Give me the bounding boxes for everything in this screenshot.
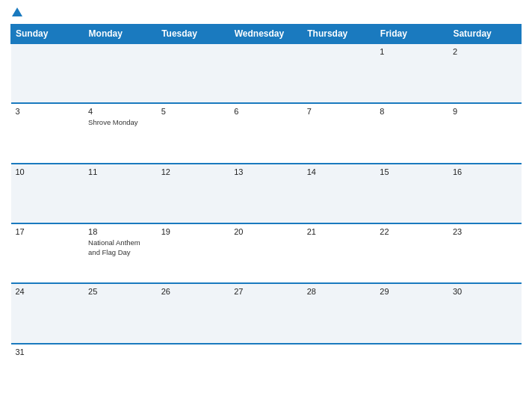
calendar-cell <box>229 344 303 404</box>
calendar-cell: 15 <box>375 164 448 223</box>
calendar-cell: 22 <box>375 223 448 283</box>
calendar-cell <box>157 43 230 103</box>
day-number: 1 <box>380 47 444 56</box>
day-number: 2 <box>453 47 517 56</box>
calendar-cell: 6 <box>229 103 303 163</box>
logo-triangle-icon <box>12 7 22 16</box>
calendar-cell <box>84 43 157 103</box>
day-number: 14 <box>307 167 371 176</box>
event-label: Shrove Monday <box>88 118 138 126</box>
calendar-cell: 12 <box>157 164 230 223</box>
calendar-week-row: 31 <box>11 344 522 404</box>
calendar-cell <box>303 344 376 404</box>
day-number: 22 <box>380 227 444 236</box>
weekday-header-sunday: Sunday <box>11 25 84 44</box>
calendar-week-row: 24252627282930 <box>11 283 522 343</box>
day-number: 25 <box>88 287 152 296</box>
calendar-cell <box>229 43 303 103</box>
calendar-cell: 25 <box>84 283 157 343</box>
weekday-header-wednesday: Wednesday <box>229 25 303 44</box>
calendar-cell <box>303 43 376 103</box>
weekday-header-thursday: Thursday <box>303 25 376 44</box>
day-number: 17 <box>16 227 80 236</box>
calendar-cell: 11 <box>84 164 157 223</box>
calendar-cell: 24 <box>11 283 84 343</box>
day-number: 5 <box>161 107 226 116</box>
calendar-cell: 28 <box>303 283 376 343</box>
day-number: 3 <box>16 107 80 116</box>
calendar-cell: 4Shrove Monday <box>84 103 157 163</box>
calendar-week-row: 12 <box>11 43 522 103</box>
day-number: 9 <box>453 107 517 116</box>
weekday-header-friday: Friday <box>375 25 448 44</box>
calendar-cell: 3 <box>11 103 84 163</box>
day-number: 30 <box>453 287 517 296</box>
weekday-header-tuesday: Tuesday <box>157 25 230 44</box>
calendar-header <box>10 7 522 18</box>
weekday-header-saturday: Saturday <box>448 25 522 44</box>
calendar-cell: 31 <box>11 344 84 404</box>
day-number: 20 <box>234 227 298 236</box>
day-number: 11 <box>88 167 152 176</box>
calendar-cell <box>157 344 230 404</box>
event-label: National Anthem and Flag Day <box>88 238 140 256</box>
calendar-page: SundayMondayTuesdayWednesdayThursdayFrid… <box>0 0 532 411</box>
calendar-cell: 27 <box>229 283 303 343</box>
day-number: 6 <box>234 107 298 116</box>
day-number: 10 <box>16 167 80 176</box>
day-number: 19 <box>161 227 226 236</box>
calendar-cell <box>11 43 84 103</box>
day-number: 26 <box>161 287 226 296</box>
calendar-cell: 14 <box>303 164 376 223</box>
calendar-cell: 9 <box>448 103 522 163</box>
calendar-cell: 18National Anthem and Flag Day <box>84 223 157 283</box>
calendar-cell: 7 <box>303 103 376 163</box>
day-number: 7 <box>307 107 371 116</box>
calendar-cell <box>84 344 157 404</box>
calendar-week-row: 10111213141516 <box>11 164 522 223</box>
calendar-cell: 19 <box>157 223 230 283</box>
weekday-header-row: SundayMondayTuesdayWednesdayThursdayFrid… <box>11 25 522 44</box>
day-number: 29 <box>380 287 444 296</box>
day-number: 18 <box>88 227 152 236</box>
calendar-week-row: 1718National Anthem and Flag Day19202122… <box>11 223 522 283</box>
calendar-cell: 17 <box>11 223 84 283</box>
calendar-cell: 16 <box>448 164 522 223</box>
day-number: 31 <box>16 347 80 356</box>
calendar-cell: 23 <box>448 223 522 283</box>
calendar-cell: 8 <box>375 103 448 163</box>
day-number: 13 <box>234 167 298 176</box>
calendar-cell: 5 <box>157 103 230 163</box>
day-number: 23 <box>453 227 517 236</box>
logo <box>10 7 22 18</box>
calendar-cell <box>448 344 522 404</box>
day-number: 4 <box>88 107 152 116</box>
calendar-table: SundayMondayTuesdayWednesdayThursdayFrid… <box>10 24 522 404</box>
day-number: 8 <box>380 107 444 116</box>
day-number: 28 <box>307 287 371 296</box>
day-number: 27 <box>234 287 298 296</box>
day-number: 12 <box>161 167 226 176</box>
day-number: 15 <box>380 167 444 176</box>
day-number: 21 <box>307 227 371 236</box>
calendar-cell: 29 <box>375 283 448 343</box>
day-number: 24 <box>16 287 80 296</box>
calendar-cell: 30 <box>448 283 522 343</box>
calendar-cell: 20 <box>229 223 303 283</box>
calendar-cell: 10 <box>11 164 84 223</box>
day-number: 16 <box>453 167 517 176</box>
calendar-cell: 2 <box>448 43 522 103</box>
calendar-cell <box>375 344 448 404</box>
weekday-header-monday: Monday <box>84 25 157 44</box>
calendar-cell: 13 <box>229 164 303 223</box>
calendar-week-row: 34Shrove Monday56789 <box>11 103 522 163</box>
calendar-cell: 26 <box>157 283 230 343</box>
calendar-cell: 21 <box>303 223 376 283</box>
calendar-cell: 1 <box>375 43 448 103</box>
